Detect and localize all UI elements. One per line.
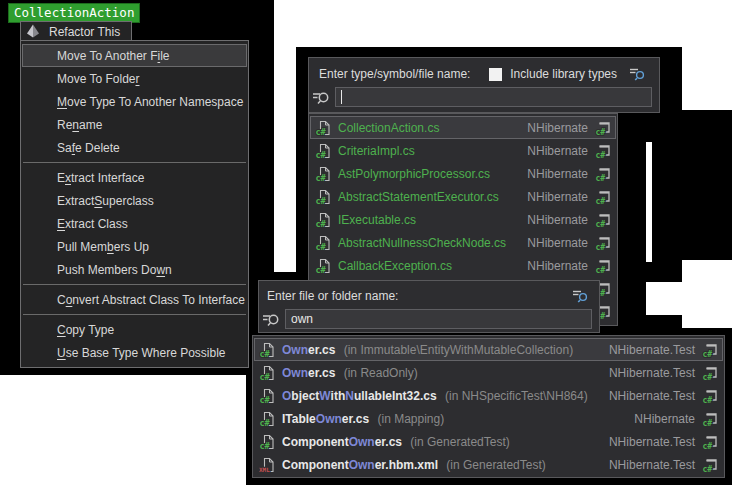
svg-text:c#: c# [260,394,271,404]
svg-text:c#: c# [316,195,327,205]
file-name: AbstractNullnessCheckNode.cs [338,236,520,250]
file-result-row[interactable]: c# Owner.cs (in ReadOnly) NHibernate.Tes… [254,361,723,384]
menu-separator [23,284,246,285]
menu-item[interactable]: Push Members Down [22,258,247,281]
type-result-row[interactable]: c# AstPolymorphicProcessor.cs NHibernate… [310,162,616,185]
search-input-icon [262,311,282,327]
cs-file-icon: c# [315,166,331,182]
type-result-row[interactable]: c# CriteriaImpl.cs NHibernate c# [310,139,616,162]
project-name: NHibernate.Test [609,389,695,403]
svg-text:c#: c# [703,464,713,473]
text-caret [341,90,342,104]
cs-file-icon: c# [315,235,331,251]
svg-text:c#: c# [316,264,327,274]
file-name: ComponentOwner.hbm.xml (in GeneratedTest… [282,458,602,472]
file-name: AbstractStatementExecutor.cs [338,190,520,204]
menu-item[interactable]: Extract Superclass [22,189,247,212]
project-name: NHibernate.Test [609,458,695,472]
cs-file-icon: c# [259,434,275,450]
file-popup-label: Enter file or folder name: [267,289,398,303]
svg-text:c#: c# [703,418,713,427]
cs-project-icon: c# [595,143,611,159]
file-name: ComponentOwner.cs (in GeneratedTest) [282,435,602,449]
type-result-row[interactable]: c# AbstractStatementExecutor.cs NHiberna… [310,185,616,208]
svg-text:c#: c# [596,127,606,136]
white-artifact-stripe [646,142,652,262]
svg-text:c#: c# [260,371,271,381]
type-search-input[interactable] [335,87,652,107]
file-search-input[interactable] [285,309,592,329]
cs-file-icon: c# [315,120,331,136]
file-location: (in NHSpecificTest\NH864) [442,389,588,403]
filter-search-icon[interactable] [629,66,646,82]
cs-project-icon: c# [595,258,611,274]
type-result-row[interactable]: c# AbstractNullnessCheckNode.cs NHiberna… [310,231,616,254]
file-name: CollectionAction.cs [338,121,520,135]
menu-item[interactable]: Move To Another File [22,44,247,67]
white-artifact-rect [646,282,697,315]
project-name: NHibernate.Test [609,343,695,357]
file-result-row[interactable]: c# ObjectWithNullableInt32.cs (in NHSpec… [254,384,723,407]
file-result-row[interactable]: c# ComponentOwner.cs (in GeneratedTest) … [254,430,723,453]
cs-file-icon: c# [259,365,275,381]
project-name: NHibernate [634,412,695,426]
file-result-row[interactable]: XML ComponentOwner.hbm.xml (in Generated… [254,453,723,476]
file-location: (in ReadOnly) [340,366,417,380]
svg-text:c#: c# [596,150,606,159]
menu-item[interactable]: Move Type To Another Namespace [22,90,247,113]
svg-text:c#: c# [316,241,327,251]
menu-item[interactable]: Copy Type [22,318,247,341]
project-name: NHibernate [527,121,588,135]
project-name: NHibernate [527,190,588,204]
svg-text:c#: c# [316,218,327,228]
svg-text:c#: c# [596,265,606,274]
menu-item[interactable]: Rename [22,113,247,136]
type-result-row[interactable]: c# CollectionAction.cs NHibernate c# [310,116,616,139]
filter-search-icon[interactable] [572,288,589,304]
cs-project-icon: c# [595,120,611,136]
menu-item[interactable]: Move To Folder [22,67,247,90]
cs-file-icon: c# [315,189,331,205]
cs-project-icon: c# [702,434,718,450]
cs-project-icon: c# [702,388,718,404]
file-name: ITableOwner.cs (in Mapping) [282,412,627,426]
menu-item[interactable]: Pull Members Up [22,235,247,258]
svg-text:c#: c# [703,349,713,358]
file-result-row[interactable]: c# ITableOwner.cs (in Mapping) NHibernat… [254,407,723,430]
refactor-this-header[interactable]: Refactor This [20,21,132,42]
file-result-row[interactable]: c# Owner.cs (in Immutable\EntityWithMuta… [254,338,723,361]
file-location: (in Immutable\EntityWithMutableCollectio… [340,343,573,357]
cs-project-icon: c# [595,166,611,182]
cs-project-icon: c# [595,235,611,251]
include-library-types-checkbox[interactable] [489,68,502,81]
menu-item[interactable]: Extract Interface [22,166,247,189]
cs-file-icon: c# [259,342,275,358]
cs-project-icon: c# [595,189,611,205]
project-name: NHibernate.Test [609,435,695,449]
file-name: IExecutable.cs [338,213,520,227]
svg-text:c#: c# [316,149,327,159]
menu-item[interactable]: Convert Abstract Class To Interface [22,288,247,311]
cs-project-icon: c# [702,411,718,427]
type-result-row[interactable]: c# CallbackException.cs NHibernate c# [310,254,616,277]
file-name: Owner.cs (in ReadOnly) [282,366,602,380]
xml-file-icon: XML [259,457,275,473]
type-result-row[interactable]: c# IExecutable.cs NHibernate c# [310,208,616,231]
file-popup-header: Enter file or folder name: [258,280,600,333]
cs-project-icon: c# [595,212,611,228]
svg-text:c#: c# [703,441,713,450]
file-name: ObjectWithNullableInt32.cs (in NHSpecifi… [282,389,602,403]
cs-file-icon: c# [259,411,275,427]
file-name: Owner.cs (in Immutable\EntityWithMutable… [282,343,602,357]
cs-file-icon: c# [315,143,331,159]
svg-text:XML: XML [259,465,270,472]
file-popup-results: c# Owner.cs (in Immutable\EntityWithMuta… [252,335,725,478]
menu-item[interactable]: Safe Delete [22,136,247,159]
svg-text:c#: c# [316,172,327,182]
svg-text:c#: c# [703,395,713,404]
svg-text:c#: c# [596,219,606,228]
cs-file-icon: c# [259,388,275,404]
menu-item[interactable]: Extract Class [22,212,247,235]
menu-item[interactable]: Use Base Type Where Possible [22,341,247,364]
svg-text:c#: c# [596,242,606,251]
